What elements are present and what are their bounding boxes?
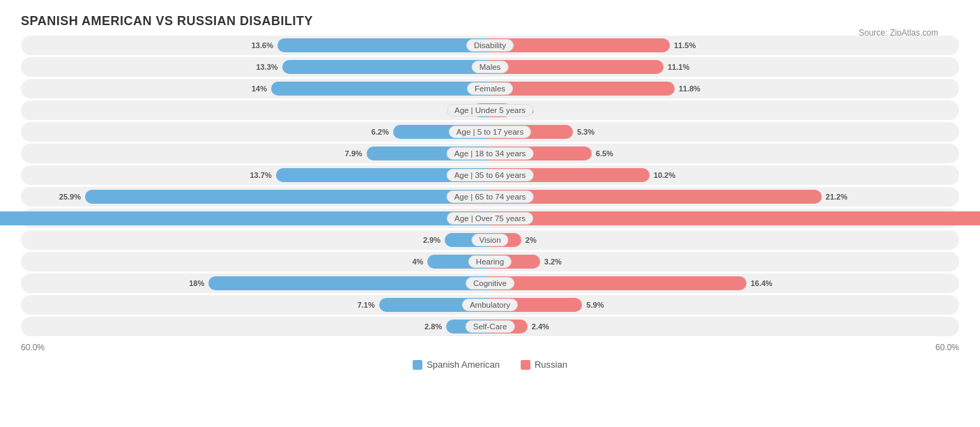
chart-container: Disability13.6%11.5%Males13.3%11.1%Femal… — [21, 36, 959, 370]
left-value: 2.9% — [423, 236, 441, 244]
right-value: 6.5% — [596, 149, 613, 158]
bar-center-label: Cognitive — [466, 277, 514, 290]
right-value: 3.2% — [544, 257, 562, 266]
left-value: 13.3% — [256, 63, 277, 71]
bar-row: Hearing4%3.2% — [21, 252, 959, 271]
right-value: 10.2% — [654, 171, 675, 179]
right-value: 2% — [526, 236, 537, 244]
blue-bar — [277, 38, 490, 52]
right-value: 11.8% — [679, 84, 700, 93]
pink-bar — [490, 82, 675, 96]
right-value: 16.4% — [751, 279, 772, 287]
bar-row: Males13.3%11.1% — [21, 57, 959, 77]
left-value: 7.9% — [345, 149, 362, 158]
right-value: 21.2% — [826, 193, 848, 201]
bar-row: Age | Over 75 years50%45.5% — [21, 209, 959, 228]
bar-row: Age | 18 to 34 years7.9%6.5% — [21, 144, 959, 163]
bar-row: Cognitive18%16.4% — [21, 274, 959, 293]
pink-bar — [490, 276, 747, 290]
bar-center-label: Self-Care — [466, 320, 515, 333]
right-value: 5.9% — [586, 301, 604, 309]
bar-center-label: Age | 18 to 34 years — [447, 147, 534, 160]
right-value: 2.4% — [532, 322, 549, 331]
left-value: 25.9% — [59, 193, 81, 201]
axis-right-label: 60.0% — [935, 343, 959, 352]
legend-russian: Russian — [521, 359, 567, 370]
bar-center-label: Age | 5 to 17 years — [449, 126, 531, 138]
left-value: 7.1% — [358, 301, 375, 309]
blue-bar — [208, 276, 490, 290]
bar-center-label: Age | 65 to 74 years — [447, 190, 534, 203]
bar-center-label: Hearing — [468, 255, 512, 268]
blue-bar — [85, 190, 490, 204]
bar-row: Self-Care2.8%2.4% — [21, 317, 959, 336]
blue-bar — [271, 82, 490, 96]
left-value: 13.7% — [250, 171, 271, 179]
bar-row: Age | 65 to 74 years25.9%21.2% — [21, 187, 959, 207]
left-value: 14% — [252, 84, 267, 93]
bar-row: Age | 5 to 17 years6.2%5.3% — [21, 122, 959, 142]
bar-row: Age | 35 to 64 years13.7%10.2% — [21, 165, 959, 185]
pink-bar — [490, 60, 664, 74]
bar-center-label: Disability — [466, 39, 514, 52]
bar-center-label: Vision — [471, 234, 508, 246]
bar-row: Ambulatory7.1%5.9% — [21, 295, 959, 315]
bar-center-label: Males — [472, 61, 509, 73]
bar-center-label: Ambulatory — [462, 299, 518, 311]
left-value: 6.2% — [372, 128, 389, 136]
bar-row: Age | Under 5 years1.1%1.4% — [21, 100, 959, 120]
axis-left-label: 60.0% — [21, 343, 45, 352]
axis-labels: 60.0% 60.0% — [21, 338, 959, 355]
bar-center-label: Age | Under 5 years — [447, 104, 533, 117]
bar-row: Vision2.9%2% — [21, 230, 959, 250]
bar-row: Disability13.6%11.5% — [21, 36, 959, 55]
pink-bar — [490, 190, 822, 204]
right-value: 5.3% — [577, 128, 595, 136]
legend-russian-label: Russian — [535, 359, 567, 370]
left-value: 2.8% — [424, 322, 442, 331]
bar-row: Females14%11.8% — [21, 79, 959, 98]
bar-center-label: Age | Over 75 years — [447, 212, 533, 225]
bar-center-label: Age | 35 to 64 years — [447, 169, 534, 181]
left-value: 18% — [189, 279, 204, 287]
chart-title: SPANISH AMERICAN VS RUSSIAN DISABILITY — [21, 14, 959, 29]
pink-bar — [490, 211, 980, 225]
legend-spanish-american-label: Spanish American — [427, 359, 500, 370]
legend-spanish-american: Spanish American — [413, 359, 500, 370]
left-value: 4% — [412, 257, 423, 266]
right-value: 11.5% — [674, 41, 696, 50]
legend-blue-box — [413, 360, 422, 370]
blue-bar — [0, 211, 490, 225]
legend-pink-box — [521, 360, 530, 370]
pink-bar — [490, 38, 670, 52]
blue-bar — [282, 60, 490, 74]
bar-center-label: Females — [467, 82, 513, 95]
right-value: 11.1% — [668, 63, 689, 71]
legend: Spanish American Russian — [21, 359, 959, 370]
left-value: 13.6% — [252, 41, 273, 50]
